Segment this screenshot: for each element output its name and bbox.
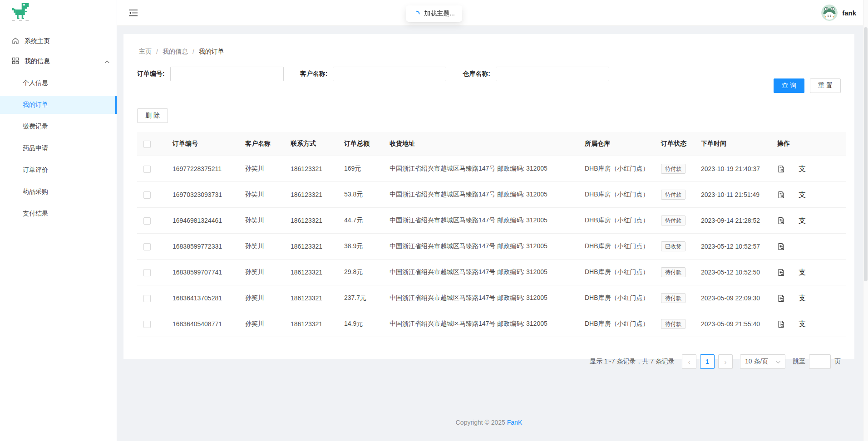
row-checkbox[interactable] <box>143 295 151 302</box>
table-row: 16838599772331 孙笑川 186123321 38.9元 中国浙江省… <box>137 234 846 260</box>
order-time-cell: 2023-05-09 22:09:30 <box>695 285 771 311</box>
home-icon <box>12 37 19 46</box>
page-scrollbar[interactable] <box>863 0 868 441</box>
select-all-checkbox[interactable] <box>143 141 151 148</box>
column-header: 订单编号 <box>166 132 239 156</box>
sidebar-subitem-label: 我的订单 <box>23 101 48 109</box>
row-checkbox[interactable] <box>143 321 151 328</box>
copyright-text: Copyright © 2025 <box>456 419 505 426</box>
loading-toast: 加载主题... <box>406 5 462 22</box>
scrollbar-thumb[interactable] <box>864 27 868 281</box>
breadcrumb-home[interactable]: 主页 <box>139 48 152 56</box>
view-order-detail-icon[interactable] <box>777 320 785 328</box>
pay-order-icon[interactable]: 支 <box>799 164 806 174</box>
column-header: 订单总额 <box>338 132 383 156</box>
order-number-cell: 16836405408771 <box>166 311 239 337</box>
sidebar-subitem[interactable]: 药品采购 <box>0 183 117 201</box>
footer-brand-link[interactable]: FanK <box>507 419 522 426</box>
column-header: 订单状态 <box>655 132 695 156</box>
order-total-cell: 29.8元 <box>338 260 383 285</box>
jump-prefix-label: 跳至 <box>793 358 805 366</box>
table-row: 16977228375211 孙笑川 186123321 169元 中国浙江省绍… <box>137 156 846 182</box>
order-number-cell: 16970323093731 <box>166 182 239 208</box>
delivery-address-cell: 中国浙江省绍兴市越城区马臻路147号 邮政编码: 312005 <box>383 208 578 234</box>
sidebar-subitem[interactable]: 我的订单 <box>0 96 117 114</box>
warehouse-cell: DHB库房（小红门点） <box>578 234 655 260</box>
prev-page-button[interactable]: ‹ <box>682 354 696 369</box>
pay-order-icon[interactable]: 支 <box>799 190 806 200</box>
row-checkbox[interactable] <box>143 243 151 250</box>
sidebar-item-my-info[interactable]: 我的信息 <box>0 52 117 70</box>
filter-field: 订单编号: <box>137 67 284 81</box>
delivery-address-cell: 中国浙江省绍兴市越城区马臻路147号 邮政编码: 312005 <box>383 182 578 208</box>
view-order-detail-icon[interactable] <box>777 191 785 199</box>
view-order-detail-icon[interactable] <box>777 269 785 276</box>
customer-name-cell: 孙笑川 <box>239 234 284 260</box>
row-checkbox[interactable] <box>143 217 151 225</box>
pay-order-icon[interactable]: 支 <box>799 268 806 277</box>
user-menu[interactable]: fank <box>821 5 856 21</box>
filter-label: 订单编号: <box>137 70 165 78</box>
warehouse-cell: DHB库房（小红门点） <box>578 208 655 234</box>
contact-cell: 186123321 <box>284 260 338 285</box>
breadcrumb-my-info[interactable]: 我的信息 <box>163 48 188 56</box>
delivery-address-cell: 中国浙江省绍兴市越城区马臻路147号 邮政编码: 312005 <box>383 311 578 337</box>
page-size-value: 10 条/页 <box>745 358 768 366</box>
menu-fold-icon[interactable] <box>129 9 138 17</box>
sidebar-subitem-label: 个人信息 <box>23 79 48 87</box>
customer-name-cell: 孙笑川 <box>239 260 284 285</box>
sidebar-subitem-label: 订单评价 <box>23 166 48 174</box>
order-total-cell: 237.7元 <box>338 285 383 311</box>
loading-spinner-icon <box>413 10 420 17</box>
sidebar-subitem[interactable]: 个人信息 <box>0 74 117 92</box>
sidebar: 系统主页 我的信息 个人信息 我的订单 缴费记录 药品申请 订单评价 药品采购 … <box>0 0 117 441</box>
breadcrumb-separator: / <box>156 48 158 55</box>
sidebar-item-label: 系统主页 <box>25 37 109 45</box>
table-row: 16946981324461 孙笑川 186123321 44.7元 中国浙江省… <box>137 208 846 234</box>
sidebar-subitem[interactable]: 支付结果 <box>0 205 117 223</box>
table-toolbar: 删 除 <box>137 108 841 123</box>
customer-name-cell: 孙笑川 <box>239 311 284 337</box>
sidebar-subitem[interactable]: 订单评价 <box>0 161 117 179</box>
view-order-detail-icon[interactable] <box>777 165 785 173</box>
sidebar-item-system-home[interactable]: 系统主页 <box>0 32 117 50</box>
order-total-cell: 169元 <box>338 156 383 182</box>
user-avatar[interactable] <box>821 5 838 21</box>
delivery-address-cell: 中国浙江省绍兴市越城区马臻路147号 邮政编码: 312005 <box>383 260 578 285</box>
pay-order-icon[interactable]: 支 <box>799 216 806 225</box>
row-checkbox[interactable] <box>143 269 151 276</box>
top-bar: fank <box>117 0 868 26</box>
pay-order-icon[interactable]: 支 <box>799 294 806 303</box>
search-button[interactable]: 查 询 <box>774 78 804 93</box>
column-header: 收货地址 <box>383 132 578 156</box>
sidebar-subitem[interactable]: 缴费记录 <box>0 118 117 136</box>
order-status-badge: 待付款 <box>661 216 686 225</box>
filter-buttons: 查 询 重 置 <box>774 78 841 93</box>
sidebar-subitem-label: 缴费记录 <box>23 122 48 131</box>
view-order-detail-icon[interactable] <box>777 294 785 302</box>
next-page-button[interactable]: › <box>718 354 733 369</box>
view-order-detail-icon[interactable] <box>777 243 785 250</box>
order-time-cell: 2023-10-19 21:40:37 <box>695 156 771 182</box>
customer-name-cell: 孙笑川 <box>239 156 284 182</box>
filter-input[interactable] <box>333 67 446 81</box>
jump-page-input[interactable] <box>809 354 831 369</box>
app-layout: 系统主页 我的信息 个人信息 我的订单 缴费记录 药品申请 订单评价 药品采购 … <box>0 0 868 441</box>
contact-cell: 186123321 <box>284 182 338 208</box>
view-order-detail-icon[interactable] <box>777 217 785 225</box>
row-checkbox[interactable] <box>143 191 151 199</box>
current-page-button[interactable]: 1 <box>700 354 715 369</box>
filter-input[interactable] <box>496 67 609 81</box>
order-status-badge: 待付款 <box>661 319 686 329</box>
row-checkbox[interactable] <box>143 166 151 173</box>
reset-button[interactable]: 重 置 <box>810 78 841 93</box>
app-logo <box>0 0 117 26</box>
order-number-cell: 16946981324461 <box>166 208 239 234</box>
pay-order-icon[interactable]: 支 <box>799 319 806 329</box>
filter-input[interactable] <box>170 67 284 81</box>
sidebar-subitem[interactable]: 药品申请 <box>0 139 117 157</box>
sidebar-submenu: 个人信息 我的订单 缴费记录 药品申请 订单评价 药品采购 支付结果 <box>0 74 117 223</box>
orders-table: 订单编号客户名称联系方式订单总额收货地址所属仓库订单状态下单时间操作 16977… <box>137 132 846 337</box>
delete-button[interactable]: 删 除 <box>137 108 168 123</box>
page-size-select[interactable]: 10 条/页 <box>740 354 785 369</box>
